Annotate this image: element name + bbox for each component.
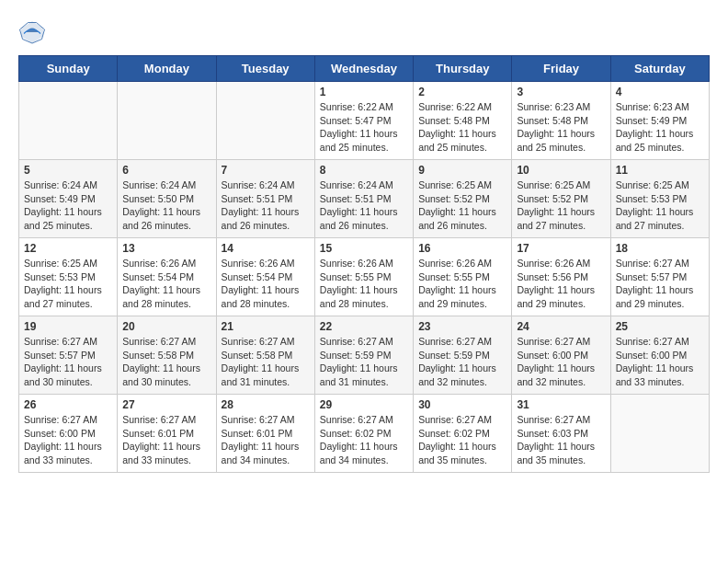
sunrise-text: Sunrise: 6:25 AM	[517, 179, 590, 190]
header-day-thursday: Thursday	[414, 56, 512, 82]
calendar-cell: 7 Sunrise: 6:24 AM Sunset: 5:51 PM Dayli…	[216, 160, 314, 238]
day-number: 8	[320, 164, 408, 177]
sunset-text: Sunset: 5:47 PM	[320, 115, 392, 126]
calendar-cell: 12 Sunrise: 6:25 AM Sunset: 5:53 PM Dayl…	[19, 238, 118, 316]
daylight-text: Daylight: 11 hours and 27 minutes.	[517, 206, 595, 231]
calendar-cell: 27 Sunrise: 6:27 AM Sunset: 6:01 PM Dayl…	[118, 395, 216, 473]
calendar-table: SundayMondayTuesdayWednesdayThursdayFrid…	[18, 55, 710, 473]
daylight-text: Daylight: 11 hours and 35 minutes.	[517, 441, 595, 465]
sunset-text: Sunset: 6:00 PM	[616, 350, 688, 361]
daylight-text: Daylight: 11 hours and 27 minutes.	[616, 206, 694, 231]
sunset-text: Sunset: 5:49 PM	[616, 115, 688, 126]
week-row-1: 1 Sunrise: 6:22 AM Sunset: 5:47 PM Dayli…	[19, 82, 710, 160]
sunrise-text: Sunrise: 6:25 AM	[616, 179, 689, 190]
day-number: 19	[24, 320, 112, 333]
sunrise-text: Sunrise: 6:23 AM	[517, 101, 590, 112]
calendar-cell: 1 Sunrise: 6:22 AM Sunset: 5:47 PM Dayli…	[314, 82, 413, 160]
daylight-text: Daylight: 11 hours and 34 minutes.	[222, 441, 300, 465]
sunset-text: Sunset: 5:51 PM	[222, 193, 293, 204]
sunrise-text: Sunrise: 6:26 AM	[320, 258, 393, 269]
sunrise-text: Sunrise: 6:23 AM	[616, 101, 689, 112]
sunrise-text: Sunrise: 6:24 AM	[24, 179, 97, 190]
week-row-3: 12 Sunrise: 6:25 AM Sunset: 5:53 PM Dayl…	[19, 238, 710, 316]
day-number: 30	[418, 398, 506, 411]
sunset-text: Sunset: 5:58 PM	[122, 350, 194, 361]
week-row-4: 19 Sunrise: 6:27 AM Sunset: 5:57 PM Dayl…	[19, 316, 710, 395]
day-number: 10	[517, 164, 605, 177]
day-number: 11	[616, 164, 704, 177]
sunset-text: Sunset: 6:02 PM	[418, 428, 490, 439]
daylight-text: Daylight: 11 hours and 31 minutes.	[222, 362, 300, 387]
day-info: Sunrise: 6:27 AM Sunset: 6:02 PM Dayligh…	[418, 413, 506, 467]
calendar-cell: 17 Sunrise: 6:26 AM Sunset: 5:56 PM Dayl…	[512, 238, 610, 316]
day-number: 20	[122, 320, 210, 333]
calendar-cell: 29 Sunrise: 6:27 AM Sunset: 6:02 PM Dayl…	[314, 395, 413, 473]
sunrise-text: Sunrise: 6:27 AM	[24, 414, 97, 425]
sunset-text: Sunset: 5:48 PM	[517, 115, 588, 126]
sunset-text: Sunset: 5:48 PM	[418, 115, 490, 126]
daylight-text: Daylight: 11 hours and 34 minutes.	[320, 441, 398, 465]
daylight-text: Daylight: 11 hours and 26 minutes.	[122, 206, 200, 231]
daylight-text: Daylight: 11 hours and 31 minutes.	[320, 362, 398, 387]
day-info: Sunrise: 6:25 AM Sunset: 5:52 PM Dayligh…	[418, 178, 506, 233]
daylight-text: Daylight: 11 hours and 26 minutes.	[320, 206, 398, 231]
daylight-text: Daylight: 11 hours and 29 minutes.	[517, 284, 595, 309]
day-number: 3	[517, 86, 605, 98]
sunrise-text: Sunrise: 6:27 AM	[24, 336, 97, 347]
sunset-text: Sunset: 6:02 PM	[320, 428, 392, 439]
sunrise-text: Sunrise: 6:26 AM	[122, 258, 196, 269]
day-info: Sunrise: 6:27 AM Sunset: 6:01 PM Dayligh…	[122, 413, 210, 467]
calendar-cell: 21 Sunrise: 6:27 AM Sunset: 5:58 PM Dayl…	[216, 316, 314, 395]
day-number: 25	[616, 320, 704, 333]
day-info: Sunrise: 6:27 AM Sunset: 5:57 PM Dayligh…	[24, 335, 112, 389]
calendar-cell: 23 Sunrise: 6:27 AM Sunset: 5:59 PM Dayl…	[414, 316, 512, 395]
calendar-cell: 6 Sunrise: 6:24 AM Sunset: 5:50 PM Dayli…	[118, 160, 216, 238]
day-info: Sunrise: 6:27 AM Sunset: 6:00 PM Dayligh…	[24, 413, 112, 467]
daylight-text: Daylight: 11 hours and 33 minutes.	[24, 441, 102, 465]
sunset-text: Sunset: 6:03 PM	[517, 428, 588, 439]
sunset-text: Sunset: 5:55 PM	[418, 271, 490, 282]
header-day-wednesday: Wednesday	[314, 56, 413, 82]
sunrise-text: Sunrise: 6:26 AM	[418, 258, 492, 269]
day-info: Sunrise: 6:24 AM Sunset: 5:51 PM Dayligh…	[320, 178, 408, 233]
day-number: 18	[616, 242, 704, 255]
calendar-cell: 14 Sunrise: 6:26 AM Sunset: 5:54 PM Dayl…	[216, 238, 314, 316]
sunrise-text: Sunrise: 6:24 AM	[122, 179, 196, 190]
calendar-cell: 25 Sunrise: 6:27 AM Sunset: 6:00 PM Dayl…	[610, 316, 709, 395]
calendar-cell: 19 Sunrise: 6:27 AM Sunset: 5:57 PM Dayl…	[19, 316, 118, 395]
day-info: Sunrise: 6:26 AM Sunset: 5:54 PM Dayligh…	[122, 257, 210, 311]
day-number: 2	[418, 86, 506, 98]
day-info: Sunrise: 6:27 AM Sunset: 6:02 PM Dayligh…	[320, 413, 408, 467]
daylight-text: Daylight: 11 hours and 30 minutes.	[24, 362, 102, 387]
sunset-text: Sunset: 5:56 PM	[517, 271, 588, 282]
day-info: Sunrise: 6:26 AM Sunset: 5:55 PM Dayligh…	[320, 257, 408, 311]
sunrise-text: Sunrise: 6:26 AM	[222, 258, 295, 269]
daylight-text: Daylight: 11 hours and 25 minutes.	[320, 128, 398, 153]
day-info: Sunrise: 6:26 AM Sunset: 5:55 PM Dayligh…	[418, 257, 506, 311]
day-number: 13	[122, 242, 210, 255]
sunset-text: Sunset: 5:59 PM	[418, 350, 490, 361]
day-number: 31	[517, 398, 605, 411]
sunrise-text: Sunrise: 6:27 AM	[122, 414, 196, 425]
calendar-cell: 13 Sunrise: 6:26 AM Sunset: 5:54 PM Dayl…	[118, 238, 216, 316]
day-number: 28	[222, 398, 310, 411]
calendar-cell: 4 Sunrise: 6:23 AM Sunset: 5:49 PM Dayli…	[610, 82, 709, 160]
header-day-saturday: Saturday	[610, 56, 709, 82]
calendar-cell: 30 Sunrise: 6:27 AM Sunset: 6:02 PM Dayl…	[414, 395, 512, 473]
day-info: Sunrise: 6:24 AM Sunset: 5:50 PM Dayligh…	[122, 178, 210, 233]
daylight-text: Daylight: 11 hours and 33 minutes.	[122, 441, 200, 465]
daylight-text: Daylight: 11 hours and 32 minutes.	[418, 362, 496, 387]
sunrise-text: Sunrise: 6:25 AM	[418, 179, 492, 190]
calendar-cell	[610, 395, 709, 473]
day-number: 29	[320, 398, 408, 411]
day-number: 26	[24, 398, 112, 411]
sunset-text: Sunset: 5:57 PM	[24, 350, 96, 361]
day-info: Sunrise: 6:27 AM Sunset: 5:58 PM Dayligh…	[122, 335, 210, 389]
day-number: 22	[320, 320, 408, 333]
sunrise-text: Sunrise: 6:27 AM	[517, 336, 590, 347]
day-info: Sunrise: 6:22 AM Sunset: 5:48 PM Dayligh…	[418, 100, 506, 155]
day-number: 12	[24, 242, 112, 255]
calendar-cell: 18 Sunrise: 6:27 AM Sunset: 5:57 PM Dayl…	[610, 238, 709, 316]
sunset-text: Sunset: 5:53 PM	[24, 271, 96, 282]
daylight-text: Daylight: 11 hours and 33 minutes.	[616, 362, 694, 387]
